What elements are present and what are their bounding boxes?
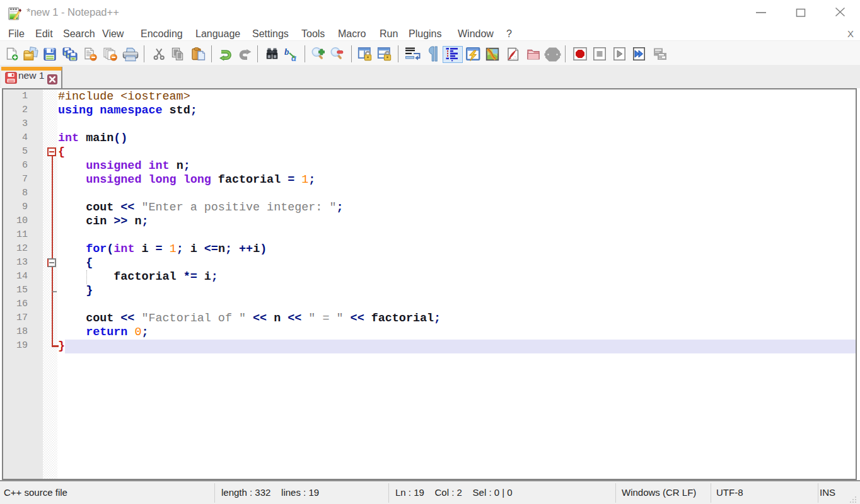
svg-text:b: b: [284, 47, 289, 57]
